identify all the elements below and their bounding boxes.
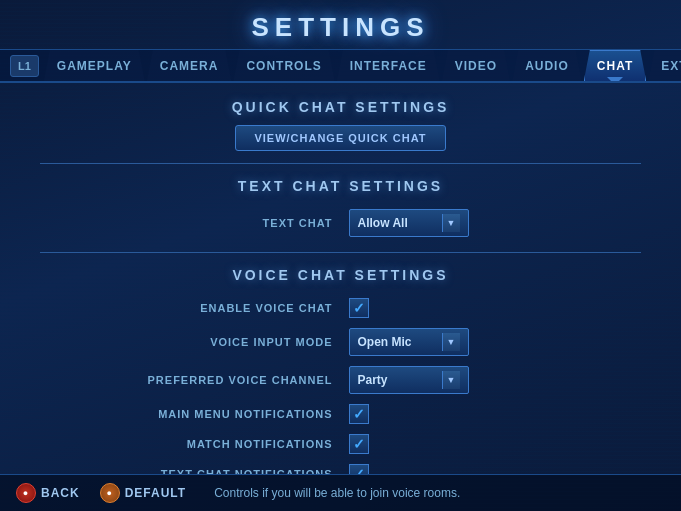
- voice-input-dropdown[interactable]: Open Mic ▼: [349, 328, 469, 356]
- match-notif-control: [341, 429, 642, 459]
- divider-2: [40, 252, 641, 253]
- voice-channel-dropdown[interactable]: Party ▼: [349, 366, 469, 394]
- view-change-quick-chat-button[interactable]: VIEW/CHANGE QUICK CHAT: [235, 125, 445, 151]
- tab-bar: L1 GAMEPLAY CAMERA CONTROLS INTERFACE VI…: [0, 49, 681, 83]
- quick-chat-section-title: QUICK CHAT SETTINGS: [40, 99, 641, 115]
- voice-chat-settings-table: ENABLE VOICE CHAT VOICE INPUT MODE Open …: [40, 293, 641, 474]
- tab-chat[interactable]: CHAT: [584, 50, 646, 81]
- voice-input-control: Open Mic ▼: [341, 323, 642, 361]
- voice-input-mode-row: VOICE INPUT MODE Open Mic ▼: [40, 323, 641, 361]
- main-menu-notif-control: [341, 399, 642, 429]
- match-notif-label: MATCH NOTIFICATIONS: [40, 429, 341, 459]
- main-menu-notif-checkbox[interactable]: [349, 404, 369, 424]
- voice-input-dropdown-arrow: ▼: [442, 333, 460, 351]
- default-icon: ●: [100, 483, 120, 503]
- voice-channel-control: Party ▼: [341, 361, 642, 399]
- text-chat-notifications-row: TEXT CHAT NOTIFICATIONS: [40, 459, 641, 474]
- divider-1: [40, 163, 641, 164]
- match-notifications-row: MATCH NOTIFICATIONS: [40, 429, 641, 459]
- tab-extras[interactable]: EXTRAS: [648, 50, 681, 81]
- tab-interface[interactable]: INTERFACE: [337, 50, 440, 81]
- voice-channel-row: PREFERRED VOICE CHANNEL Party ▼: [40, 361, 641, 399]
- text-chat-label: TEXT CHAT: [40, 204, 341, 242]
- voice-input-label: VOICE INPUT MODE: [40, 323, 341, 361]
- bumper-left[interactable]: L1: [10, 55, 39, 77]
- text-chat-control: Allow All ▼: [341, 204, 642, 242]
- back-label: BACK: [41, 486, 80, 500]
- voice-enable-checkbox[interactable]: [349, 298, 369, 318]
- text-chat-section-title: TEXT CHAT SETTINGS: [40, 178, 641, 194]
- main-menu-notifications-row: MAIN MENU NOTIFICATIONS: [40, 399, 641, 429]
- default-label: DEFAULT: [125, 486, 186, 500]
- tab-controls[interactable]: CONTROLS: [233, 50, 334, 81]
- text-chat-settings-table: TEXT CHAT Allow All ▼: [40, 204, 641, 242]
- text-chat-dropdown-arrow: ▼: [442, 214, 460, 232]
- settings-page: SETTINGS L1 GAMEPLAY CAMERA CONTROLS INT…: [0, 0, 681, 511]
- text-notif-label: TEXT CHAT NOTIFICATIONS: [40, 459, 341, 474]
- voice-enable-label: ENABLE VOICE CHAT: [40, 293, 341, 323]
- main-menu-notif-label: MAIN MENU NOTIFICATIONS: [40, 399, 341, 429]
- tab-camera[interactable]: CAMERA: [147, 50, 232, 81]
- main-content: QUICK CHAT SETTINGS VIEW/CHANGE QUICK CH…: [0, 83, 681, 474]
- footer: ● BACK ● DEFAULT Controls if you will be…: [0, 474, 681, 511]
- voice-channel-dropdown-arrow: ▼: [442, 371, 460, 389]
- tab-video[interactable]: VIDEO: [442, 50, 510, 81]
- text-notif-control: [341, 459, 642, 474]
- footer-hint: Controls if you will be able to join voi…: [214, 486, 460, 500]
- voice-chat-section-title: VOICE CHAT SETTINGS: [40, 267, 641, 283]
- voice-chat-enable-row: ENABLE VOICE CHAT: [40, 293, 641, 323]
- match-notif-checkbox[interactable]: [349, 434, 369, 454]
- tab-gameplay[interactable]: GAMEPLAY: [44, 50, 145, 81]
- voice-channel-label: PREFERRED VOICE CHANNEL: [40, 361, 341, 399]
- tab-audio[interactable]: AUDIO: [512, 50, 582, 81]
- back-icon: ●: [16, 483, 36, 503]
- voice-enable-control: [341, 293, 642, 323]
- page-title: SETTINGS: [0, 0, 681, 49]
- default-button[interactable]: ● DEFAULT: [100, 483, 186, 503]
- text-chat-row: TEXT CHAT Allow All ▼: [40, 204, 641, 242]
- text-notif-checkbox[interactable]: [349, 464, 369, 474]
- text-chat-dropdown[interactable]: Allow All ▼: [349, 209, 469, 237]
- back-button[interactable]: ● BACK: [16, 483, 80, 503]
